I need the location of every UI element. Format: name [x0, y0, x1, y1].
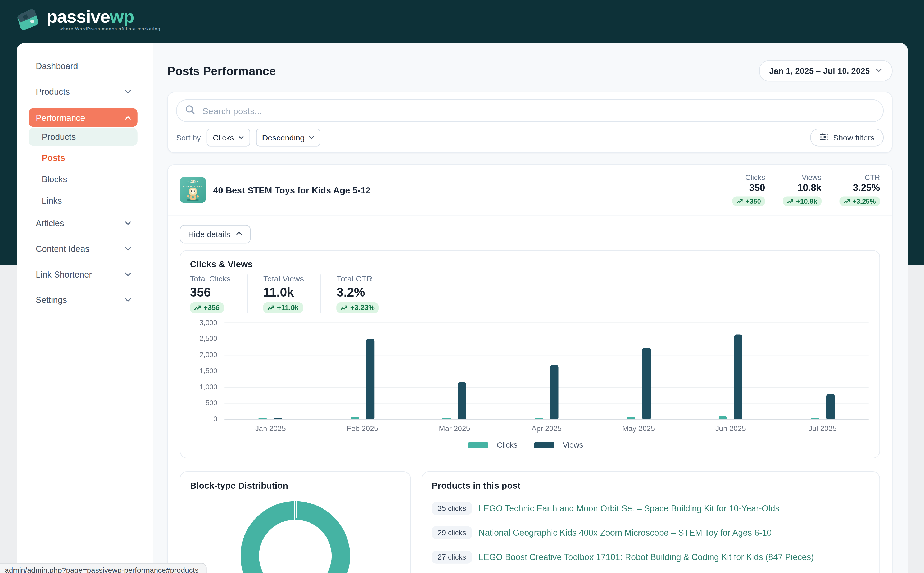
stat-ctr: CTR 3.25% +3.25%: [839, 173, 880, 207]
stat-clicks: Clicks 350 +350: [733, 173, 765, 207]
post-row[interactable]: · 40 · STEM TOYS 40 Best STEM Toys for K…: [180, 173, 880, 207]
total-label: Total Clicks: [190, 274, 231, 283]
date-range-picker[interactable]: Jan 1, 2025 – Jul 10, 2025: [759, 60, 893, 81]
bar-group-jun: [684, 323, 777, 419]
sidebar-subitem-label: Posts: [42, 153, 65, 163]
sidebar-subitem-label: Products: [42, 132, 76, 142]
chevron-up-icon: [235, 230, 242, 239]
sidebar-subitem-blocks[interactable]: Blocks: [28, 171, 138, 188]
brand-logo[interactable]: passivewp where WordPress means affiliat…: [14, 5, 160, 34]
main-content: Posts Performance Jan 1, 2025 – Jul 10, …: [154, 43, 908, 573]
tag-icon: [14, 5, 41, 34]
sidebar-item-label: Settings: [36, 295, 124, 305]
clicks-bar: [535, 418, 543, 419]
date-range-value: Jan 1, 2025 – Jul 10, 2025: [769, 66, 870, 76]
y-tick: 0: [213, 415, 217, 423]
clicks-legend-swatch: [468, 442, 489, 448]
product-row: 35 clicks LEGO Technic Earth and Moon Or…: [432, 502, 870, 515]
stat-value: 3.25%: [839, 183, 880, 194]
sidebar-subitem-links[interactable]: Links: [28, 192, 138, 210]
y-tick: 2,500: [199, 335, 218, 343]
donut-chart: [241, 501, 350, 573]
bar-group-feb: [316, 323, 409, 419]
sidebar-item-content-ideas[interactable]: Content Ideas: [28, 240, 138, 258]
show-filters-button[interactable]: Show filters: [810, 128, 883, 147]
sort-field-select[interactable]: Clicks: [207, 128, 250, 147]
x-tick: Jan 2025: [224, 424, 316, 433]
sidebar-item-label: Link Shortener: [36, 269, 124, 279]
search-box[interactable]: [176, 99, 883, 122]
delta-value: +3.25%: [852, 197, 875, 205]
brand-name-accent: wp: [110, 6, 134, 26]
chevron-down-icon: [309, 133, 315, 142]
page: passivewp where WordPress means affiliat…: [0, 0, 924, 573]
delta-badge: +3.25%: [839, 197, 880, 206]
sidebar-item-link-shortener[interactable]: Link Shortener: [28, 266, 138, 283]
chevron-down-icon: [124, 219, 132, 227]
sidebar-item-products[interactable]: Products: [28, 83, 138, 101]
sidebar-item-performance[interactable]: Performance: [28, 108, 138, 127]
chevron-down-icon: [124, 245, 132, 252]
status-bar-url: admin/admin.php?page=passivewp-performan…: [0, 563, 207, 573]
bar-group-mar: [409, 323, 501, 419]
sidebar-item-settings[interactable]: Settings: [28, 291, 138, 309]
sidebar-subitem-label: Links: [42, 196, 62, 205]
total-value: 3.2%: [337, 285, 379, 299]
sidebar-subitem-posts[interactable]: Posts: [28, 149, 138, 167]
views-bar: [734, 334, 743, 419]
delta-badge: +10.8k: [783, 197, 821, 206]
total-views: Total Views 11.0k +11.0k: [247, 274, 320, 313]
total-label: Total CTR: [337, 274, 379, 283]
product-clicks-badge: 29 clicks: [432, 526, 472, 539]
delta-value: +3.23%: [350, 304, 375, 312]
stat-value: 10.8k: [783, 183, 821, 194]
delta-badge: +11.0k: [263, 302, 303, 313]
sidebar-item-articles[interactable]: Articles: [28, 214, 138, 232]
chevron-down-icon: [875, 66, 882, 76]
views-bar: [826, 394, 835, 419]
chevron-down-icon: [124, 271, 132, 278]
clicks-bar: [719, 416, 727, 419]
y-tick: 1,500: [199, 367, 218, 375]
product-link[interactable]: National Geographic Kids 400x Zoom Micro…: [479, 528, 772, 537]
delta-value: +10.8k: [796, 197, 818, 205]
stat-views: Views 10.8k +10.8k: [783, 173, 821, 207]
product-link[interactable]: LEGO Technic Earth and Moon Orbit Set – …: [479, 504, 780, 513]
total-value: 356: [190, 285, 231, 299]
stat-label: CTR: [839, 173, 880, 182]
delta-value: +356: [204, 304, 220, 312]
sidebar: Dashboard Products Performance Products …: [17, 43, 154, 573]
chevron-down-icon: [124, 297, 132, 304]
search-input[interactable]: [201, 105, 875, 116]
products-heading: Products in this post: [432, 481, 870, 490]
bar-group-jul: [777, 323, 869, 419]
sidebar-subitem-products[interactable]: Products: [28, 128, 138, 146]
views-bar: [458, 382, 467, 419]
delta-badge: +350: [733, 197, 765, 206]
clicks-bar: [811, 418, 819, 419]
svg-text:STEM TOYS: STEM TOYS: [183, 185, 203, 188]
hide-details-button[interactable]: Hide details: [180, 225, 251, 244]
products-in-post-card: Products in this post 35 clicks LEGO Tec…: [421, 471, 880, 573]
product-clicks-badge: 27 clicks: [432, 551, 472, 564]
product-link[interactable]: LEGO Boost Creative Toolbox 17101: Robot…: [479, 553, 814, 562]
bar-group-may: [592, 323, 684, 419]
sort-direction-select[interactable]: Descending: [256, 128, 321, 147]
sidebar-item-dashboard[interactable]: Dashboard: [28, 57, 138, 75]
clicks-views-heading: Clicks & Views: [190, 259, 870, 269]
show-filters-label: Show filters: [833, 133, 874, 142]
clicks-bar: [351, 417, 359, 419]
x-tick: Jul 2025: [777, 424, 869, 433]
delta-badge: +3.23%: [337, 302, 379, 313]
views-bar: [550, 365, 559, 419]
chart-legend: Clicks Views: [190, 440, 870, 451]
total-label: Total Views: [263, 274, 304, 283]
totals-row: Total Clicks 356 +356 Total Views 11.0k …: [190, 274, 870, 313]
stat-label: Views: [783, 173, 821, 182]
views-legend-swatch: [534, 442, 554, 448]
y-tick: 500: [205, 399, 217, 407]
bar-group-apr: [501, 323, 593, 419]
svg-text:· 40 ·: · 40 ·: [187, 179, 199, 185]
total-value: 11.0k: [263, 285, 304, 299]
y-axis-labels: 3,000 2,500 2,000 1,500 1,000 500 0: [190, 323, 218, 419]
